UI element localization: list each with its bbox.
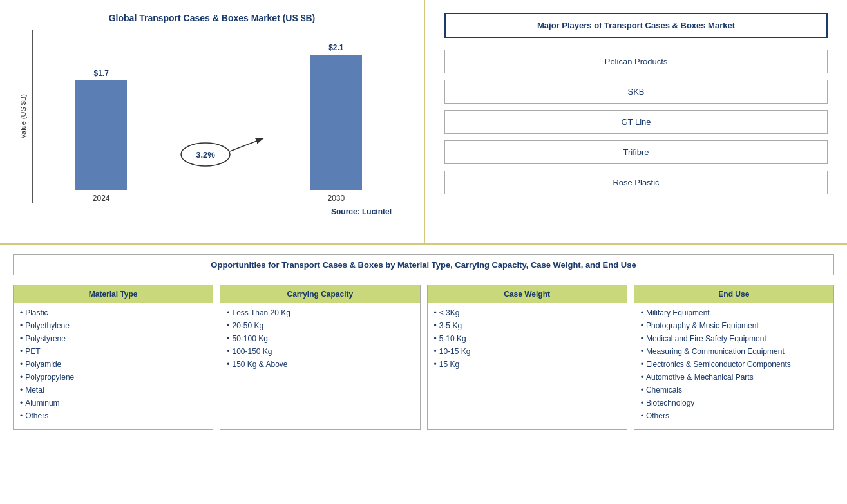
- svg-line-2: [230, 138, 263, 151]
- players-title: Major Players of Transport Cases & Boxes…: [459, 21, 814, 30]
- list-item: •100-150 Kg: [227, 347, 413, 356]
- list-item: •150 Kg & Above: [227, 360, 413, 369]
- list-item: •PET: [20, 347, 206, 356]
- list-item: •5-10 Kg: [434, 334, 620, 343]
- player-item-gtline: GT Line: [444, 110, 828, 134]
- players-title-box: Major Players of Transport Cases & Boxes…: [444, 13, 828, 38]
- column-header-weight: Case Weight: [428, 285, 627, 303]
- list-item: •Polyethylene: [20, 321, 206, 330]
- bar-year-2024: 2024: [93, 194, 110, 203]
- list-item: •Medical and Fire Safety Equipment: [641, 334, 827, 343]
- bar-value-2024: $1.7: [93, 69, 108, 78]
- list-item: •Measuring & Communication Equipment: [641, 347, 827, 356]
- list-item: •Less Than 20 Kg: [227, 308, 413, 317]
- bottom-section: Opportunities for Transport Cases & Boxe…: [0, 245, 847, 440]
- list-item: •3-5 Kg: [434, 321, 620, 330]
- column-header-capacity: Carrying Capacity: [220, 285, 419, 303]
- list-item: •Others: [20, 411, 206, 420]
- list-item: •Aluminum: [20, 398, 206, 407]
- list-item: •Polystyrene: [20, 334, 206, 343]
- list-item: •Polyamide: [20, 360, 206, 369]
- column-body-weight: •< 3Kg •3-5 Kg •5-10 Kg •10-15 Kg •15 Kg: [428, 303, 627, 378]
- column-header-material: Material Type: [14, 285, 213, 303]
- players-section: Major Players of Transport Cases & Boxes…: [425, 0, 847, 243]
- list-item: •Chemicals: [641, 386, 827, 395]
- list-item: •< 3Kg: [434, 308, 620, 317]
- player-item-trifibre: Trifibre: [444, 140, 828, 164]
- list-item: •Automotive & Mechanical Parts: [641, 373, 827, 382]
- svg-text:3.2%: 3.2%: [196, 150, 216, 160]
- list-item: •Photography & Music Equipment: [641, 321, 827, 330]
- column-case-weight: Case Weight •< 3Kg •3-5 Kg •5-10 Kg •10-…: [427, 285, 627, 430]
- opportunities-title-box: Opportunities for Transport Cases & Boxe…: [13, 254, 834, 275]
- list-item: •Metal: [20, 386, 206, 395]
- list-item: •50-100 Kg: [227, 334, 413, 343]
- player-item-skb: SKB: [444, 80, 828, 104]
- column-body-material: •Plastic •Polyethylene •Polystyrene •PET…: [14, 303, 213, 429]
- column-header-enduse: End Use: [634, 285, 833, 303]
- columns-row: Material Type •Plastic •Polyethylene •Po…: [13, 285, 834, 430]
- list-item: •10-15 Kg: [434, 347, 620, 356]
- bar-group-2024: $1.7 2024: [75, 69, 127, 203]
- list-item: •20-50 Kg: [227, 321, 413, 330]
- bar-2024: [75, 80, 127, 190]
- player-item-roseplastic: Rose Plastic: [444, 171, 828, 194]
- source-label: Source: Lucintel: [19, 207, 404, 216]
- chart-section: Global Transport Cases & Boxes Market (U…: [0, 0, 425, 243]
- bars-container: $1.7 2024 3.2%: [32, 30, 404, 203]
- chart-title: Global Transport Cases & Boxes Market (U…: [109, 13, 316, 23]
- list-item: •Polypropylene: [20, 373, 206, 382]
- column-body-capacity: •Less Than 20 Kg •20-50 Kg •50-100 Kg •1…: [220, 303, 419, 378]
- column-body-enduse: •Military Equipment •Photography & Music…: [634, 303, 833, 429]
- list-item: •Biotechnology: [641, 398, 827, 407]
- bar-group-2030: $2.1 2030: [310, 43, 362, 203]
- player-item-pelican: Pelican Products: [444, 50, 828, 73]
- list-item: •Others: [641, 411, 827, 420]
- column-carrying-capacity: Carrying Capacity •Less Than 20 Kg •20-5…: [220, 285, 420, 430]
- opportunities-title: Opportunities for Transport Cases & Boxe…: [21, 260, 826, 270]
- column-material-type: Material Type •Plastic •Polyethylene •Po…: [13, 285, 213, 430]
- list-item: •15 Kg: [434, 360, 620, 369]
- column-end-use: End Use •Military Equipment •Photography…: [634, 285, 834, 430]
- cagr-arrow-svg: 3.2%: [160, 132, 276, 183]
- list-item: •Electronics & Semiconductor Components: [641, 360, 827, 369]
- bar-2030: [310, 55, 362, 190]
- list-item: •Plastic: [20, 308, 206, 317]
- y-axis-label: Value (US $B): [19, 94, 27, 139]
- bar-year-2030: 2030: [327, 194, 345, 203]
- list-item: •Military Equipment: [641, 308, 827, 317]
- bar-value-2030: $2.1: [328, 43, 343, 52]
